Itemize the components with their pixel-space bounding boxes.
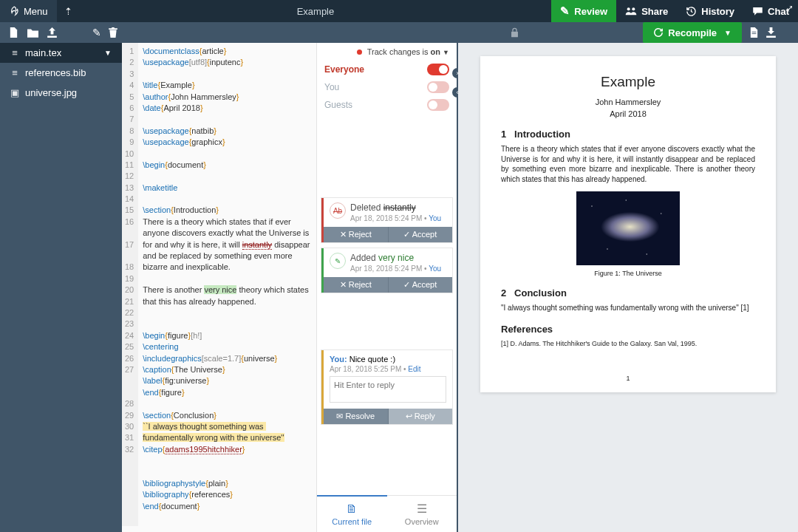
toggle-switch[interactable]: [427, 64, 449, 75]
code-editor[interactable]: 1234567891011121314151617181920212223242…: [122, 43, 316, 532]
code-content[interactable]: \documentclass{article}\usepackage[utf8]…: [138, 43, 316, 526]
pdf-figure-caption: Figure 1: The Universe: [501, 270, 755, 277]
pdf-page: Example John Hammersley April 2018 1 Int…: [480, 56, 776, 392]
toggle-label: Everyone: [324, 64, 364, 75]
pdf-author: John Hammersley: [501, 98, 755, 106]
file-icon: 🗎: [317, 502, 387, 516]
chat-icon: [752, 6, 763, 16]
change-card-deleted: Ab Deleted instantly Apr 18, 2018 5:24 P…: [321, 198, 452, 242]
track-toggle-row: Guests: [317, 96, 457, 114]
svg-point-0: [627, 7, 630, 10]
pdf-bib-entry: [1] D. Adams. The Hitchhiker's Guide to …: [501, 339, 755, 348]
pdf-figure-image: [576, 191, 680, 265]
share-icon: [625, 6, 637, 16]
track-toggle-row: Everyone: [317, 61, 457, 78]
toggle-switch[interactable]: [427, 99, 449, 111]
accept-button[interactable]: ✓ Accept: [389, 227, 453, 242]
up-icon: ⇡: [64, 6, 72, 17]
pdf-paragraph: "I always thought something was fundamen…: [501, 303, 755, 313]
recompile-button[interactable]: Recompile ▼: [643, 22, 742, 43]
reject-button[interactable]: ✕ Reject: [324, 277, 389, 293]
chevron-down-icon: ▼: [724, 29, 732, 37]
track-changes-status: Track changes is on ▼: [357, 47, 449, 56]
pdf-references-heading: References: [501, 324, 755, 335]
svg-rect-3: [752, 32, 757, 33]
file-icon: ≡: [10, 47, 19, 58]
comment-card: You: Nice quote :) Apr 18, 2018 5:25 PM …: [321, 350, 452, 424]
share-button[interactable]: Share: [616, 0, 677, 22]
pdf-date: April 2018: [501, 109, 755, 118]
svg-rect-2: [511, 32, 518, 38]
file-name: main.tex: [25, 47, 98, 58]
logs-icon[interactable]: [749, 27, 759, 38]
review-icon: ✎: [560, 4, 570, 18]
resolve-button[interactable]: ✉ Resolve: [324, 409, 389, 424]
pdf-paragraph: There is a theory which states that if e…: [501, 144, 755, 184]
file-item[interactable]: ≡main.tex▼: [0, 43, 122, 63]
history-button[interactable]: History: [677, 0, 743, 22]
accept-button[interactable]: ✓ Accept: [389, 277, 453, 293]
tab-overview[interactable]: ☰ Overview: [387, 496, 457, 532]
list-icon: ☰: [387, 502, 457, 516]
strike-icon: Ab: [330, 202, 346, 219]
file-name: universe.jpg: [25, 87, 112, 98]
edit-link[interactable]: Edit: [408, 365, 420, 373]
history-icon: [686, 6, 697, 17]
toggle-label: You: [324, 82, 339, 92]
reject-button[interactable]: ✕ Reject: [324, 227, 389, 242]
review-button[interactable]: ✎ Review: [551, 0, 616, 22]
file-item[interactable]: ≡references.bib: [0, 63, 122, 83]
recompile-icon: [653, 27, 664, 38]
pdf-section-conclusion: 2 Conclusion: [501, 287, 755, 299]
upload-icon[interactable]: [47, 27, 57, 38]
up-button[interactable]: ⇡: [57, 0, 80, 22]
reply-input[interactable]: [330, 376, 446, 403]
logo-icon: [9, 6, 19, 16]
lock-icon[interactable]: [510, 27, 519, 38]
reply-button[interactable]: ↩ Reply: [389, 409, 453, 424]
toggle-switch[interactable]: [427, 81, 449, 93]
pdf-title: Example: [501, 74, 755, 90]
pdf-page-number: 1: [480, 375, 776, 382]
new-folder-icon[interactable]: [27, 28, 38, 38]
chevron-down-icon: ▼: [104, 49, 112, 57]
pdf-section-intro: 1 Introduction: [501, 129, 755, 140]
file-icon: ▣: [10, 87, 19, 98]
file-icon: ≡: [10, 67, 19, 78]
expand-icon[interactable]: ⤢: [785, 3, 794, 14]
file-tree: ≡main.tex▼≡references.bib▣universe.jpg: [0, 43, 122, 532]
review-panel: Track changes is on ▼ EveryoneYouGuests …: [316, 43, 457, 532]
download-icon[interactable]: [766, 27, 776, 38]
tab-current-file[interactable]: 🗎 Current file: [317, 495, 387, 532]
change-card-added: ✎ Added very nice Apr 18, 2018 5:24 PM •…: [321, 248, 452, 293]
svg-rect-4: [752, 33, 757, 34]
new-file-icon[interactable]: [9, 27, 18, 38]
file-name: references.bib: [25, 67, 112, 78]
svg-point-1: [632, 7, 635, 10]
file-item[interactable]: ▣universe.jpg: [0, 83, 122, 103]
delete-icon[interactable]: [109, 27, 117, 38]
track-toggle-row: You: [317, 78, 457, 96]
rename-icon[interactable]: ✎: [92, 27, 101, 38]
project-title: Example: [80, 6, 552, 17]
pencil-icon: ✎: [330, 253, 346, 269]
menu-button[interactable]: Menu: [0, 0, 57, 22]
line-numbers: 1234567891011121314151617181920212223242…: [122, 43, 138, 526]
toggle-label: Guests: [324, 100, 352, 110]
pdf-preview[interactable]: Example John Hammersley April 2018 1 Int…: [458, 43, 798, 532]
